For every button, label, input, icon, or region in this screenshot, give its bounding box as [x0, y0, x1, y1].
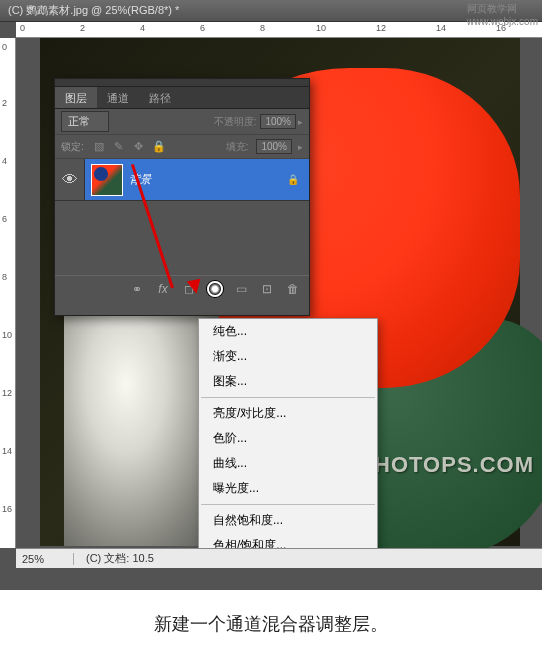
adjustment-layer-menu: 纯色... 渐变... 图案... 亮度/对比度... 色阶... 曲线... …	[198, 318, 378, 548]
layer-item-background[interactable]: 👁 背景 🔒	[55, 159, 309, 201]
blend-mode-select[interactable]: 正常	[61, 111, 109, 132]
document-title-bar: (C) 鹦鹉素材.jpg @ 25%(RGB/8*) *	[0, 0, 542, 22]
link-layers-icon[interactable]: ⚭	[129, 281, 145, 297]
tab-layers[interactable]: 图层	[55, 87, 97, 108]
tab-paths[interactable]: 路径	[139, 87, 181, 108]
panel-tabs: 图层 通道 路径	[55, 87, 309, 109]
menu-exposure[interactable]: 曝光度...	[199, 476, 377, 501]
opacity-label: 不透明度:	[214, 115, 257, 129]
tab-channels[interactable]: 通道	[97, 87, 139, 108]
ruler-horizontal: 0 2 4 6 8 10 12 14 16	[16, 22, 542, 38]
lock-transparency-icon[interactable]: ▧	[92, 140, 106, 154]
fill-value[interactable]: 100%	[256, 139, 292, 154]
menu-separator	[201, 397, 375, 398]
layers-panel: 图层 通道 路径 正常 不透明度: 100% ▸ 锁定: ▧ ✎ ✥	[54, 78, 310, 316]
lock-badge-icon: 🔒	[287, 174, 299, 185]
menu-vibrance[interactable]: 自然饱和度...	[199, 508, 377, 533]
watermark-bottom: PHOTOPS.COM	[358, 452, 534, 478]
menu-levels[interactable]: 色阶...	[199, 426, 377, 451]
eye-icon: 👁	[62, 171, 78, 189]
menu-pattern[interactable]: 图案...	[199, 369, 377, 394]
menu-curves[interactable]: 曲线...	[199, 451, 377, 476]
zoom-level[interactable]: 25%	[16, 553, 74, 565]
new-layer-icon[interactable]: ⊡	[259, 281, 275, 297]
menu-hue-saturation[interactable]: 色相/饱和度...	[199, 533, 377, 548]
status-bar: 25% (C) 文档: 10.5	[16, 548, 542, 568]
doc-info[interactable]: (C) 文档: 10.5	[74, 551, 154, 566]
delete-layer-icon[interactable]: 🗑	[285, 281, 301, 297]
ruler-vertical: 0 2 4 6 8 10 12 14 16	[0, 38, 16, 548]
panel-grip[interactable]	[55, 79, 309, 87]
opacity-value[interactable]: 100%	[260, 114, 296, 129]
watermark-top: 网页教学网 www.webjx.com	[467, 2, 538, 27]
adjustment-layer-icon[interactable]	[207, 281, 223, 297]
menu-gradient[interactable]: 渐变...	[199, 344, 377, 369]
lock-all-icon[interactable]: 🔒	[152, 140, 166, 154]
menu-solid-color[interactable]: 纯色...	[199, 319, 377, 344]
fill-label: 填充:	[226, 140, 249, 154]
new-group-icon[interactable]: ▭	[233, 281, 249, 297]
chevron-right-icon[interactable]: ▸	[298, 142, 303, 152]
menu-brightness-contrast[interactable]: 亮度/对比度...	[199, 401, 377, 426]
lock-position-icon[interactable]: ✥	[132, 140, 146, 154]
annotation-arrow-head	[187, 279, 204, 296]
lock-label: 锁定:	[61, 140, 84, 154]
visibility-toggle[interactable]: 👁	[55, 159, 85, 200]
canvas-area[interactable]: 图层 通道 路径 正常 不透明度: 100% ▸ 锁定: ▧ ✎ ✥	[16, 38, 542, 548]
app-window: 网页教学网 www.webjx.com (C) 鹦鹉素材.jpg @ 25%(R…	[0, 0, 542, 590]
lock-paint-icon[interactable]: ✎	[112, 140, 126, 154]
chevron-right-icon[interactable]: ▸	[298, 117, 303, 127]
menu-separator	[201, 504, 375, 505]
layers-panel-footer: ⚭ fx ◻ ▭ ⊡ 🗑	[55, 275, 309, 301]
layer-list: 👁 背景 🔒	[55, 159, 309, 275]
instruction-caption: 新建一个通道混合器调整层。	[0, 590, 542, 655]
layer-thumbnail[interactable]	[91, 164, 123, 196]
